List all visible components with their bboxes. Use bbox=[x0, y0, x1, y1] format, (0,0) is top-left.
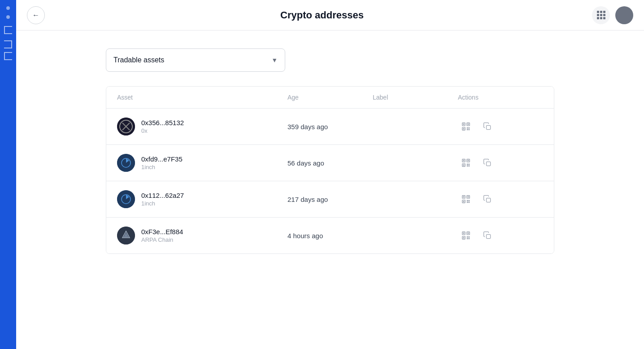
age-cell-3: 217 days ago bbox=[287, 196, 373, 203]
asset-filter-dropdown[interactable]: Tradable assets ▼ bbox=[106, 48, 285, 72]
asset-name-4: ARPA Chain bbox=[141, 236, 183, 243]
sidebar-icon-3 bbox=[4, 52, 12, 60]
qr-button-4[interactable] bbox=[458, 227, 474, 244]
sidebar-dot-2 bbox=[6, 15, 10, 19]
svg-rect-9 bbox=[468, 124, 469, 125]
copy-button-2[interactable] bbox=[479, 155, 496, 171]
qr-button-2[interactable] bbox=[458, 155, 474, 171]
back-arrow-icon: ← bbox=[32, 11, 39, 19]
svg-rect-13 bbox=[469, 127, 470, 129]
age-cell-1: 359 days ago bbox=[287, 123, 373, 131]
svg-rect-22 bbox=[463, 160, 465, 161]
page-title: Crypto addresses bbox=[280, 9, 364, 21]
header: ← Crypto addresses bbox=[16, 0, 644, 31]
header-right bbox=[592, 6, 633, 24]
svg-rect-24 bbox=[463, 165, 465, 166]
asset-cell-2: 0xfd9...e7F35 1inch bbox=[117, 154, 287, 172]
apps-grid-icon bbox=[597, 11, 605, 19]
col-header-label: Label bbox=[373, 94, 458, 101]
asset-name-2: 1inch bbox=[141, 164, 183, 170]
svg-rect-27 bbox=[467, 166, 468, 167]
filter-section: Tradable assets ▼ bbox=[106, 48, 554, 72]
qr-button-3[interactable] bbox=[458, 191, 474, 207]
qr-icon-2 bbox=[461, 158, 471, 168]
svg-rect-26 bbox=[469, 164, 470, 165]
header-left: ← bbox=[27, 6, 45, 24]
svg-rect-51 bbox=[463, 237, 465, 239]
copy-icon-4 bbox=[483, 231, 492, 240]
actions-cell-3 bbox=[458, 191, 543, 207]
col-header-age: Age bbox=[287, 94, 373, 101]
apps-button[interactable] bbox=[592, 6, 610, 24]
actions-cell-1 bbox=[458, 118, 543, 135]
asset-address-2: 0xfd9...e7F35 bbox=[141, 155, 183, 163]
asset-cell-4: 0xF3e...Ef884 ARPA Chain bbox=[117, 227, 287, 244]
svg-rect-56 bbox=[487, 235, 491, 239]
asset-info-4: 0xF3e...Ef884 ARPA Chain bbox=[141, 228, 183, 243]
asset-cell-1: 0x356...85132 0x bbox=[117, 118, 287, 135]
asset-address-3: 0x112...62a27 bbox=[141, 192, 184, 199]
asset-name-1: 0x bbox=[141, 127, 184, 134]
svg-rect-15 bbox=[469, 129, 470, 131]
content-area: Tradable assets ▼ Asset Age Label Action… bbox=[16, 31, 644, 272]
svg-rect-37 bbox=[463, 201, 465, 202]
actions-cell-2 bbox=[458, 155, 543, 171]
svg-rect-50 bbox=[468, 233, 469, 234]
svg-rect-39 bbox=[469, 200, 470, 201]
age-cell-2: 56 days ago bbox=[287, 159, 373, 167]
copy-button-3[interactable] bbox=[479, 191, 496, 207]
asset-icon-3 bbox=[117, 190, 135, 208]
svg-rect-55 bbox=[469, 238, 470, 240]
sidebar-dot-1 bbox=[6, 6, 10, 10]
1inch-icon-2 bbox=[117, 190, 135, 208]
0x-icon bbox=[117, 118, 135, 135]
svg-rect-23 bbox=[468, 160, 469, 161]
svg-rect-49 bbox=[463, 233, 465, 234]
main-content: ← Crypto addresses Tradable assets ▼ bbox=[16, 0, 644, 349]
table-header: Asset Age Label Actions bbox=[106, 87, 554, 109]
svg-rect-10 bbox=[463, 128, 465, 130]
qr-button-1[interactable] bbox=[458, 118, 474, 135]
asset-name-3: 1inch bbox=[141, 200, 184, 207]
back-button[interactable]: ← bbox=[27, 6, 45, 24]
asset-cell-3: 0x112...62a27 1inch bbox=[117, 190, 287, 208]
asset-address-4: 0xF3e...Ef884 bbox=[141, 228, 183, 236]
copy-button-1[interactable] bbox=[479, 118, 496, 135]
svg-rect-53 bbox=[469, 236, 470, 238]
avatar[interactable] bbox=[615, 6, 633, 24]
asset-info-3: 0x112...62a27 1inch bbox=[141, 192, 184, 207]
actions-cell-4 bbox=[458, 227, 543, 244]
asset-icon-2 bbox=[117, 154, 135, 172]
qr-icon-3 bbox=[461, 194, 471, 204]
svg-rect-52 bbox=[467, 236, 468, 238]
svg-rect-40 bbox=[467, 202, 468, 203]
svg-rect-16 bbox=[487, 126, 491, 130]
svg-rect-38 bbox=[467, 200, 468, 201]
asset-icon-4 bbox=[117, 227, 135, 244]
copy-button-4[interactable] bbox=[479, 227, 496, 244]
1inch-icon-1 bbox=[117, 154, 135, 172]
svg-rect-42 bbox=[487, 198, 491, 202]
qr-icon-1 bbox=[461, 122, 471, 131]
chevron-down-icon: ▼ bbox=[271, 57, 278, 64]
svg-rect-36 bbox=[468, 196, 469, 198]
copy-icon-1 bbox=[483, 122, 492, 131]
col-header-actions: Actions bbox=[458, 94, 543, 101]
sidebar-icon-2 bbox=[4, 40, 12, 48]
asset-info-2: 0xfd9...e7F35 1inch bbox=[141, 155, 183, 170]
copy-icon-3 bbox=[483, 195, 492, 204]
arpa-icon bbox=[117, 227, 135, 244]
svg-rect-29 bbox=[487, 162, 491, 166]
table-row: 0xfd9...e7F35 1inch 56 days ago bbox=[106, 145, 554, 181]
asset-icon-1 bbox=[117, 118, 135, 135]
qr-icon-4 bbox=[461, 231, 471, 240]
svg-rect-41 bbox=[469, 202, 470, 203]
asset-info-1: 0x356...85132 0x bbox=[141, 119, 184, 134]
sidebar-icon-1 bbox=[4, 26, 12, 34]
copy-icon-2 bbox=[483, 158, 492, 167]
col-header-asset: Asset bbox=[117, 94, 287, 101]
svg-rect-28 bbox=[469, 166, 470, 167]
table-row: 0x356...85132 0x 359 days ago bbox=[106, 109, 554, 145]
svg-rect-54 bbox=[467, 238, 468, 240]
svg-rect-14 bbox=[467, 129, 468, 131]
